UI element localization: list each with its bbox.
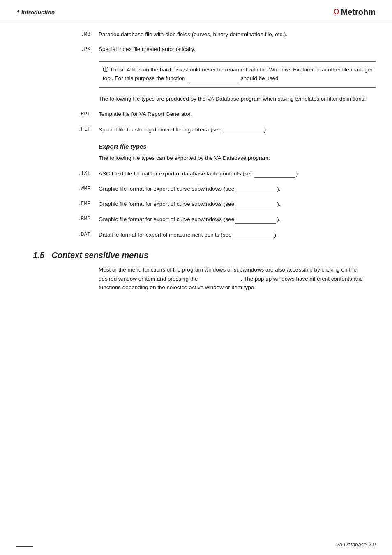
row-dat: .DAT Data file format for export of meas…	[16, 230, 376, 239]
desc-flt: Special file for storing defined filteri…	[99, 125, 376, 134]
bmp-link	[235, 215, 276, 223]
notice-icon: ⓘ	[103, 67, 108, 73]
omega-icon: Ω	[334, 8, 339, 16]
label-px: .PX	[16, 45, 99, 53]
notice-text-after: should be used.	[241, 75, 280, 81]
header: 1 Introduction Ω Metrohm	[0, 0, 392, 22]
label-flt: .FLT	[16, 125, 99, 134]
row-px: .PX Special index file created automatic…	[16, 45, 376, 53]
chapter-body: Most of the menu functions of the progra…	[99, 266, 376, 292]
desc-px: Special index file created automatically…	[99, 45, 376, 53]
desc-bmp: Graphic file format for export of curve …	[99, 215, 376, 223]
desc-emf: Graphic file format for export of curve …	[99, 200, 376, 208]
label-wmf: .WMF	[16, 184, 99, 193]
label-emf: .EMF	[16, 200, 99, 208]
row-txt: .TXT ASCII text file format for export o…	[16, 169, 376, 178]
notice-underline	[188, 74, 238, 83]
notice-box: ⓘ These 4 files on the hard disk should …	[99, 61, 376, 88]
row-flt: .FLT Special file for storing defined fi…	[16, 125, 376, 134]
txt-link	[254, 169, 295, 178]
desc-rpt: Template file for VA Report Generator.	[99, 110, 376, 118]
export-section-heading: Export file types	[99, 143, 376, 150]
desc-wmf: Graphic file format for export of curve …	[99, 184, 376, 193]
chapter-number: 1.5	[33, 251, 44, 260]
row-rpt: .RPT Template file for VA Report Generat…	[16, 110, 376, 118]
row-mb: .MB Paradox database file with blob fiel…	[16, 30, 376, 39]
notice-text-before: These 4 files on the hard disk should ne…	[103, 67, 373, 82]
label-bmp: .BMP	[16, 215, 99, 223]
desc-dat: Data file format for export of measureme…	[99, 230, 376, 239]
label-rpt: .RPT	[16, 110, 99, 118]
brand-name: Metrohm	[341, 7, 376, 17]
header-title: 1 Introduction	[16, 9, 55, 16]
label-dat: .DAT	[16, 230, 99, 239]
footer-left	[16, 546, 33, 548]
wmf-link	[235, 184, 276, 193]
export-section-intro: The following file types can be exported…	[99, 154, 376, 163]
chapter-link	[199, 274, 240, 283]
main-content: .MB Paradox database file with blob fiel…	[0, 22, 392, 311]
emf-link	[235, 200, 276, 208]
footer: VA Database 2.0	[0, 541, 392, 548]
page: 1 Introduction Ω Metrohm .MB Paradox dat…	[0, 0, 392, 555]
label-mb: .MB	[16, 30, 99, 39]
section-intro-templates: The following file types are produced by…	[99, 95, 376, 104]
label-txt: .TXT	[16, 169, 99, 178]
desc-txt: ASCII text file format for export of dat…	[99, 169, 376, 178]
desc-mb: Paradox database file with blob fields (…	[99, 30, 376, 39]
footer-rule	[16, 546, 33, 547]
footer-right-text: VA Database 2.0	[336, 541, 376, 548]
row-emf: .EMF Graphic file format for export of c…	[16, 200, 376, 208]
row-wmf: .WMF Graphic file format for export of c…	[16, 184, 376, 193]
dat-link	[232, 230, 273, 239]
row-bmp: .BMP Graphic file format for export of c…	[16, 215, 376, 223]
flt-link	[222, 125, 263, 134]
chapter-heading: 1.5 Context sensitive menus	[33, 251, 376, 260]
logo-area: Ω Metrohm	[334, 7, 376, 17]
chapter-title: Context sensitive menus	[51, 251, 148, 260]
